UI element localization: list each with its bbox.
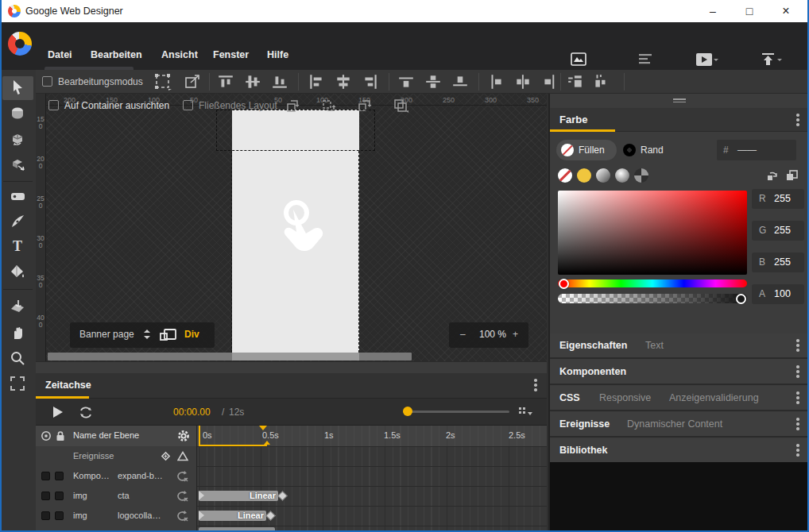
timeline-zoom-slider-knob[interactable]: [403, 407, 412, 416]
visibility-icon[interactable]: [41, 430, 52, 441]
align-left-icon[interactable]: [308, 73, 325, 91]
stage-align-bottom-icon[interactable]: [451, 73, 469, 91]
layer-visibility-checkbox[interactable]: [41, 472, 50, 480]
tag-tool[interactable]: [9, 187, 28, 206]
timeline-track-grid[interactable]: 0s 0.5s 1s 1.5s 2s 2.5s Linear: [197, 426, 547, 532]
3d-translate-tool[interactable]: [9, 156, 28, 175]
page-selector-bar[interactable]: Banner page Div: [70, 322, 215, 348]
distribute-horizontal-icon[interactable]: [567, 73, 584, 91]
tab-responsive[interactable]: Responsive: [599, 392, 651, 403]
no-loop-icon[interactable]: [175, 470, 189, 483]
align-horizontal-center-icon[interactable]: [335, 73, 352, 91]
timeline-ruler[interactable]: 0s 0.5s 1s 1.5s 2s 2.5s: [197, 426, 547, 446]
layer-settings-gear-icon[interactable]: [177, 430, 190, 442]
color-panel-title[interactable]: Farbe: [559, 114, 587, 125]
3d-rotate-tool[interactable]: [9, 132, 28, 151]
hue-slider[interactable]: [558, 279, 747, 287]
layer-visibility-checkbox[interactable]: [41, 511, 50, 520]
fill-toggle[interactable]: Füllen: [556, 140, 617, 160]
layer-visibility-checkbox[interactable]: [41, 492, 50, 500]
animation-bar-partial[interactable]: [199, 527, 275, 532]
swatch-linear-gradient[interactable]: [596, 168, 610, 183]
hand-tool[interactable]: [9, 324, 28, 343]
panel-komponenten[interactable]: Komponenten: [550, 360, 809, 385]
stroke-color-icon[interactable]: [623, 144, 636, 156]
tab-dynamischer-content[interactable]: Dynamischer Content: [627, 418, 722, 430]
swatch-none[interactable]: [558, 168, 572, 183]
align-container-checkbox[interactable]: [48, 100, 59, 110]
hex-color-field[interactable]: # ——: [717, 140, 796, 160]
align-top-icon[interactable]: [217, 73, 234, 91]
rotate-stage-icon[interactable]: [392, 97, 411, 114]
3d-stage-rotate-tool[interactable]: [9, 297, 28, 316]
stage-align-center-icon[interactable]: [514, 73, 532, 91]
animation-bar-logocolla[interactable]: Linear: [199, 511, 266, 521]
zoom-in-button[interactable]: +: [513, 329, 518, 340]
timeline-menu-icon[interactable]: [534, 379, 537, 393]
playhead[interactable]: [199, 426, 200, 446]
span-handle-top-icon[interactable]: [259, 426, 267, 430]
timeline-options-icon[interactable]: [517, 405, 533, 419]
selection-bounds[interactable]: [216, 110, 375, 151]
alpha-slider-knob[interactable]: [736, 294, 746, 304]
tab-text[interactable]: Text: [645, 340, 664, 351]
paint-bucket-tool[interactable]: [9, 263, 28, 282]
saturation-value-picker[interactable]: [558, 191, 747, 275]
free-transform-icon[interactable]: [153, 73, 172, 91]
layer-lock-checkbox[interactable]: [55, 511, 64, 520]
stage-align-middle-icon[interactable]: [424, 73, 442, 91]
align-right-icon[interactable]: [362, 73, 379, 91]
green-value-field[interactable]: G255: [752, 221, 804, 241]
selection-tool[interactable]: [9, 79, 28, 98]
panel-eigenschaften[interactable]: Eigenschaften Text: [550, 333, 809, 359]
close-button[interactable]: ×: [772, 3, 799, 19]
pen-tool[interactable]: [9, 213, 28, 232]
menu-ansicht[interactable]: Ansicht: [161, 49, 198, 60]
hue-slider-knob[interactable]: [559, 279, 569, 289]
stroke-label[interactable]: Rand: [641, 145, 664, 156]
menu-bearbeiten[interactable]: Bearbeiten: [91, 49, 142, 60]
panel-menu-icon[interactable]: [796, 339, 799, 353]
color-panel-menu-icon[interactable]: [796, 114, 799, 128]
keyframe-diamond-icon[interactable]: [265, 511, 276, 521]
play-button[interactable]: [53, 407, 63, 418]
text-tool[interactable]: T: [9, 237, 28, 256]
no-loop-icon[interactable]: [175, 510, 189, 522]
edit-mode-checkbox[interactable]: [42, 76, 52, 87]
align-bottom-icon[interactable]: [271, 73, 288, 91]
blue-value-field[interactable]: B255: [752, 253, 804, 272]
stage-align-right-icon[interactable]: [541, 73, 559, 91]
timeline-tab[interactable]: Zeitachse: [45, 380, 91, 391]
menu-fenster[interactable]: Fenster: [213, 49, 249, 60]
swap-colors-icon[interactable]: [766, 169, 780, 183]
panel-menu-icon[interactable]: [796, 391, 799, 406]
zoom-level-value[interactable]: 100 %: [479, 329, 506, 340]
page-selector-updown-icon[interactable]: [143, 328, 151, 341]
minimize-button[interactable]: –: [699, 3, 726, 19]
keyframe-diamond-icon[interactable]: [277, 491, 288, 501]
panel-menu-icon[interactable]: [796, 444, 799, 458]
stage-canvas[interactable]: 200 150 100 50 50 100 150 200 250 300 35…: [36, 94, 547, 361]
align-vertical-center-icon[interactable]: [244, 73, 261, 91]
zoom-out-button[interactable]: –: [460, 329, 466, 340]
layer-lock-checkbox[interactable]: [55, 492, 64, 500]
menu-hilfe[interactable]: Hilfe: [267, 49, 288, 60]
panel-menu-icon[interactable]: [796, 365, 799, 380]
add-event-icon[interactable]: [161, 451, 171, 461]
fluid-layout-checkbox[interactable]: [183, 100, 193, 110]
panel-ereignisse[interactable]: Ereignisse Dynamischer Content: [550, 412, 809, 438]
3d-object-rotate-tool[interactable]: [9, 105, 28, 124]
layer-lock-checkbox[interactable]: [55, 472, 64, 480]
span-handle-bottom-icon[interactable]: [264, 441, 270, 445]
page-selector-value[interactable]: Banner page: [79, 329, 134, 340]
alpha-value-field[interactable]: A100: [752, 284, 804, 304]
tab-anzeigenvalidierung[interactable]: Anzeigenvalidierung: [669, 392, 759, 403]
horizontal-scrollbar[interactable]: [48, 353, 412, 360]
swatch-pattern[interactable]: [634, 168, 648, 183]
copy-color-icon[interactable]: [785, 169, 799, 183]
no-loop-icon[interactable]: [175, 490, 189, 503]
loop-playback-icon[interactable]: [77, 405, 95, 419]
canvas-timeline-divider[interactable]: [36, 361, 547, 373]
zoom-tool[interactable]: [9, 349, 28, 368]
hex-value[interactable]: ——: [737, 145, 757, 156]
